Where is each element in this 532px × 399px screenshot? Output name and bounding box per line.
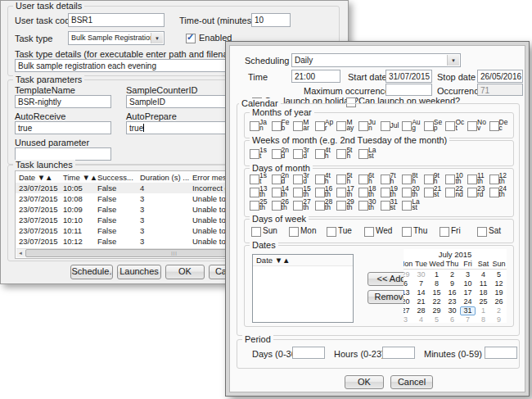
monthday-checkbox[interactable] <box>272 188 282 197</box>
calendar-day[interactable]: 6 <box>404 279 413 288</box>
monthday-checkbox[interactable] <box>358 188 368 197</box>
month-checkbox[interactable] <box>272 121 282 131</box>
period-hours-input[interactable] <box>382 347 415 359</box>
calendar-day[interactable]: 8 <box>429 279 444 288</box>
month-checkbox[interactable] <box>445 121 455 131</box>
monthday-checkbox[interactable] <box>489 175 499 184</box>
calendar-day[interactable]: 2 <box>491 306 507 315</box>
calendar-day[interactable]: 10 <box>460 279 476 288</box>
calendar-day-selected[interactable]: 31 <box>460 306 476 315</box>
calendar-day[interactable]: 29 <box>404 270 413 279</box>
monthday-checkbox[interactable] <box>315 175 325 184</box>
monthday-checkbox[interactable] <box>402 175 412 184</box>
week-checkbox[interactable] <box>315 149 325 159</box>
param-input[interactable]: true <box>15 121 111 134</box>
start-date-input[interactable]: 31/07/2015 <box>385 70 432 83</box>
month-checkbox[interactable] <box>293 121 303 131</box>
timeout-input[interactable]: 10 <box>251 13 291 27</box>
calendar-day[interactable]: 4 <box>413 315 429 323</box>
param-input[interactable]: SampleID <box>126 95 241 108</box>
monthday-checkbox[interactable] <box>424 175 434 184</box>
monthday-checkbox[interactable] <box>336 188 346 197</box>
calendar-day[interactable]: 29 <box>429 306 444 315</box>
monthday-checkbox[interactable] <box>467 188 477 197</box>
monthday-checkbox[interactable] <box>381 175 390 184</box>
monthday-checkbox[interactable] <box>293 188 303 197</box>
monthday-checkbox[interactable] <box>250 201 259 211</box>
calendar-day[interactable]: 25 <box>476 297 491 306</box>
calendar-day[interactable]: 18 <box>476 288 491 297</box>
month-checkbox[interactable] <box>250 121 259 131</box>
week-checkbox[interactable] <box>272 149 282 159</box>
scheduling-type-dropdown[interactable]: Daily ▼ <box>291 53 461 67</box>
month-checkbox[interactable] <box>315 121 325 131</box>
calendar-day[interactable]: 27 <box>404 306 413 315</box>
calendar-day[interactable]: 22 <box>429 297 444 306</box>
period-days-input[interactable] <box>292 347 325 359</box>
calendar-day[interactable]: 9 <box>444 279 460 288</box>
calendar-day[interactable]: 23 <box>444 297 460 306</box>
month-checkbox[interactable] <box>336 121 346 131</box>
week-checkbox[interactable] <box>250 149 259 159</box>
weekday-checkbox[interactable] <box>477 227 487 237</box>
ok-button[interactable]: OK <box>345 375 384 389</box>
monthday-checkbox[interactable] <box>315 201 325 211</box>
weekday-checkbox[interactable] <box>402 227 412 237</box>
task-type-dropdown[interactable]: Bulk Sample Registration by T ▼ <box>68 31 165 45</box>
monthday-checkbox[interactable] <box>336 201 346 211</box>
month-checkbox[interactable] <box>358 121 368 131</box>
monthday-checkbox[interactable] <box>272 175 282 184</box>
monthday-checkbox[interactable] <box>358 175 368 184</box>
date-picker-calendar[interactable]: July 2015 MonTueWedThuFriSatSun293012345… <box>404 249 507 323</box>
week-checkbox[interactable] <box>336 149 346 159</box>
period-minutes-input[interactable] <box>485 347 517 359</box>
calendar-day[interactable]: 3 <box>460 270 476 279</box>
max-occurrences-input[interactable] <box>385 84 432 96</box>
calendar-day[interactable]: 4 <box>476 270 491 279</box>
weekday-checkbox[interactable] <box>251 227 261 237</box>
calendar-day[interactable]: 20 <box>404 297 413 306</box>
calendar-day[interactable]: 7 <box>413 279 429 288</box>
param-input[interactable] <box>15 147 111 161</box>
scroll-left-icon[interactable]: ◄ <box>16 249 25 257</box>
calendar-day[interactable]: 11 <box>476 279 491 288</box>
month-checkbox[interactable] <box>467 121 477 131</box>
weekday-checkbox[interactable] <box>440 227 449 237</box>
calendar-day[interactable]: 21 <box>413 297 429 306</box>
month-checkbox[interactable] <box>402 121 412 131</box>
param-input-focused[interactable]: true <box>126 121 241 134</box>
monthday-checkbox[interactable] <box>445 175 455 184</box>
month-checkbox[interactable] <box>424 121 434 131</box>
calendar-day[interactable]: 16 <box>444 288 460 297</box>
week-checkbox[interactable] <box>293 149 303 159</box>
time-input[interactable]: 21:00 <box>291 70 340 83</box>
param-input[interactable]: BSR-nightly <box>15 95 111 108</box>
monthday-checkbox[interactable] <box>489 188 499 197</box>
month-checkbox[interactable] <box>381 121 390 131</box>
column-header[interactable]: Time ▼▲ <box>63 172 97 183</box>
calendar-day[interactable]: 15 <box>429 288 444 297</box>
monthday-checkbox[interactable] <box>272 201 282 211</box>
monthday-checkbox[interactable] <box>250 175 259 184</box>
calendar-day[interactable]: 12 <box>491 279 507 288</box>
calendar-day[interactable]: 13 <box>404 288 413 297</box>
column-header[interactable]: Date ▼▲ <box>19 172 53 183</box>
column-header[interactable]: Success... <box>97 172 133 183</box>
calendar-day[interactable]: 1 <box>476 306 491 315</box>
monthday-checkbox[interactable] <box>250 188 259 197</box>
calendar-day[interactable]: 5 <box>429 315 444 323</box>
monthday-checkbox[interactable] <box>467 175 477 184</box>
calendar-day[interactable]: 17 <box>460 288 476 297</box>
calendar-day[interactable]: 3 <box>404 315 413 323</box>
calendar-day[interactable]: 9 <box>491 315 507 323</box>
week-checkbox[interactable] <box>358 149 368 159</box>
calendar-day[interactable]: 14 <box>413 288 429 297</box>
month-checkbox[interactable] <box>489 121 499 131</box>
calendar-day[interactable]: 30 <box>413 270 429 279</box>
weekday-checkbox[interactable] <box>327 227 336 237</box>
calendar-day[interactable]: 19 <box>491 288 507 297</box>
monthday-checkbox[interactable] <box>424 188 434 197</box>
calendar-day[interactable]: 28 <box>413 306 429 315</box>
stop-date-input[interactable]: 26/05/2016 <box>477 70 523 83</box>
dates-list[interactable]: Date ▼▲ <box>252 254 354 323</box>
